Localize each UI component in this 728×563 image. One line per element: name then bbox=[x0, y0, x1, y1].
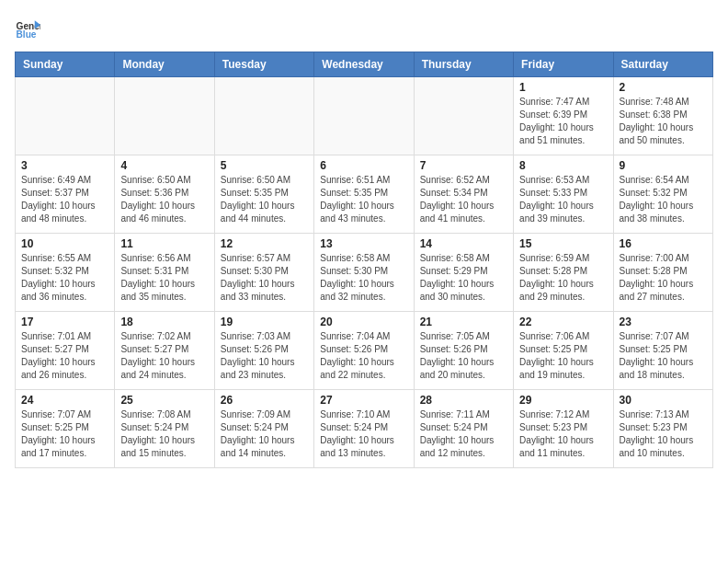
day-number: 15 bbox=[519, 237, 607, 250]
calendar-cell: 17Sunrise: 7:01 AM Sunset: 5:27 PM Dayli… bbox=[16, 312, 115, 390]
day-number: 26 bbox=[221, 394, 308, 407]
day-number: 16 bbox=[620, 237, 707, 250]
calendar-cell: 25Sunrise: 7:08 AM Sunset: 5:24 PM Dayli… bbox=[115, 390, 214, 468]
calendar-cell bbox=[314, 77, 414, 155]
day-of-week-header: Monday bbox=[115, 52, 214, 77]
calendar-cell: 27Sunrise: 7:10 AM Sunset: 5:24 PM Dayli… bbox=[314, 390, 414, 468]
day-of-week-header: Sunday bbox=[16, 52, 115, 77]
calendar-cell: 5Sunrise: 6:50 AM Sunset: 5:35 PM Daylig… bbox=[214, 155, 313, 234]
day-number: 25 bbox=[120, 394, 208, 407]
day-of-week-header: Friday bbox=[514, 52, 613, 77]
calendar-cell: 22Sunrise: 7:06 AM Sunset: 5:25 PM Dayli… bbox=[514, 312, 613, 390]
day-info: Sunrise: 7:02 AM Sunset: 5:27 PM Dayligh… bbox=[120, 330, 208, 382]
day-number: 21 bbox=[420, 316, 507, 328]
day-info: Sunrise: 7:01 AM Sunset: 5:27 PM Dayligh… bbox=[21, 330, 108, 382]
day-number: 23 bbox=[620, 316, 707, 328]
day-info: Sunrise: 6:56 AM Sunset: 5:31 PM Dayligh… bbox=[120, 252, 208, 304]
logo-icon: General Blue bbox=[15, 15, 40, 40]
calendar-cell: 2Sunrise: 7:48 AM Sunset: 6:38 PM Daylig… bbox=[613, 77, 712, 155]
day-number: 10 bbox=[21, 237, 108, 250]
day-info: Sunrise: 6:58 AM Sunset: 5:29 PM Dayligh… bbox=[420, 252, 507, 304]
day-of-week-header: Thursday bbox=[414, 52, 513, 77]
day-info: Sunrise: 7:09 AM Sunset: 5:24 PM Dayligh… bbox=[221, 408, 308, 460]
calendar-cell: 15Sunrise: 6:59 AM Sunset: 5:28 PM Dayli… bbox=[514, 234, 613, 312]
day-number: 29 bbox=[519, 394, 607, 407]
calendar-cell: 9Sunrise: 6:54 AM Sunset: 5:32 PM Daylig… bbox=[613, 155, 712, 234]
day-info: Sunrise: 7:05 AM Sunset: 5:26 PM Dayligh… bbox=[420, 330, 507, 382]
day-number: 22 bbox=[519, 316, 607, 328]
day-info: Sunrise: 6:49 AM Sunset: 5:37 PM Dayligh… bbox=[21, 174, 108, 225]
day-info: Sunrise: 7:04 AM Sunset: 5:26 PM Dayligh… bbox=[320, 330, 407, 382]
day-number: 27 bbox=[320, 394, 407, 407]
calendar-cell: 1Sunrise: 7:47 AM Sunset: 6:39 PM Daylig… bbox=[514, 77, 613, 155]
calendar-week-row: 24Sunrise: 7:07 AM Sunset: 5:25 PM Dayli… bbox=[16, 390, 713, 468]
day-number: 28 bbox=[420, 394, 507, 407]
calendar-cell: 7Sunrise: 6:52 AM Sunset: 5:34 PM Daylig… bbox=[414, 155, 513, 234]
calendar-cell: 6Sunrise: 6:51 AM Sunset: 5:35 PM Daylig… bbox=[314, 155, 414, 234]
day-number: 13 bbox=[320, 237, 407, 250]
day-info: Sunrise: 7:48 AM Sunset: 6:38 PM Dayligh… bbox=[620, 96, 707, 147]
day-of-week-header: Saturday bbox=[613, 52, 712, 77]
day-number: 24 bbox=[21, 394, 108, 407]
calendar-cell bbox=[115, 77, 214, 155]
day-number: 18 bbox=[120, 316, 208, 328]
calendar: SundayMondayTuesdayWednesdayThursdayFrid… bbox=[15, 52, 713, 468]
logo: General Blue bbox=[15, 15, 40, 40]
day-info: Sunrise: 6:51 AM Sunset: 5:35 PM Dayligh… bbox=[320, 174, 407, 225]
day-info: Sunrise: 7:07 AM Sunset: 5:25 PM Dayligh… bbox=[620, 330, 707, 382]
calendar-cell: 18Sunrise: 7:02 AM Sunset: 5:27 PM Dayli… bbox=[115, 312, 214, 390]
day-info: Sunrise: 7:12 AM Sunset: 5:23 PM Dayligh… bbox=[519, 408, 607, 460]
day-number: 8 bbox=[519, 159, 607, 172]
day-info: Sunrise: 7:08 AM Sunset: 5:24 PM Dayligh… bbox=[120, 408, 208, 460]
page-header: General Blue bbox=[15, 15, 713, 40]
day-info: Sunrise: 6:53 AM Sunset: 5:33 PM Dayligh… bbox=[519, 174, 607, 225]
day-of-week-header: Wednesday bbox=[314, 52, 414, 77]
calendar-cell bbox=[414, 77, 513, 155]
calendar-cell bbox=[16, 77, 115, 155]
calendar-cell: 3Sunrise: 6:49 AM Sunset: 5:37 PM Daylig… bbox=[16, 155, 115, 234]
day-info: Sunrise: 6:55 AM Sunset: 5:32 PM Dayligh… bbox=[21, 252, 108, 304]
calendar-cell: 23Sunrise: 7:07 AM Sunset: 5:25 PM Dayli… bbox=[613, 312, 712, 390]
day-number: 1 bbox=[519, 81, 607, 94]
calendar-cell: 16Sunrise: 7:00 AM Sunset: 5:28 PM Dayli… bbox=[613, 234, 712, 312]
day-number: 6 bbox=[320, 159, 407, 172]
day-info: Sunrise: 6:58 AM Sunset: 5:30 PM Dayligh… bbox=[320, 252, 407, 304]
day-info: Sunrise: 6:59 AM Sunset: 5:28 PM Dayligh… bbox=[519, 252, 607, 304]
day-info: Sunrise: 6:57 AM Sunset: 5:30 PM Dayligh… bbox=[221, 252, 308, 304]
calendar-cell: 21Sunrise: 7:05 AM Sunset: 5:26 PM Dayli… bbox=[414, 312, 513, 390]
day-number: 17 bbox=[21, 316, 108, 328]
calendar-week-row: 3Sunrise: 6:49 AM Sunset: 5:37 PM Daylig… bbox=[16, 155, 713, 234]
calendar-cell: 11Sunrise: 6:56 AM Sunset: 5:31 PM Dayli… bbox=[115, 234, 214, 312]
day-info: Sunrise: 6:54 AM Sunset: 5:32 PM Dayligh… bbox=[620, 174, 707, 225]
day-info: Sunrise: 6:50 AM Sunset: 5:35 PM Dayligh… bbox=[221, 174, 308, 225]
calendar-cell: 10Sunrise: 6:55 AM Sunset: 5:32 PM Dayli… bbox=[16, 234, 115, 312]
day-number: 19 bbox=[221, 316, 308, 328]
calendar-cell: 14Sunrise: 6:58 AM Sunset: 5:29 PM Dayli… bbox=[414, 234, 513, 312]
day-number: 4 bbox=[120, 159, 208, 172]
calendar-cell: 13Sunrise: 6:58 AM Sunset: 5:30 PM Dayli… bbox=[314, 234, 414, 312]
calendar-cell: 28Sunrise: 7:11 AM Sunset: 5:24 PM Dayli… bbox=[414, 390, 513, 468]
calendar-week-row: 17Sunrise: 7:01 AM Sunset: 5:27 PM Dayli… bbox=[16, 312, 713, 390]
day-number: 20 bbox=[320, 316, 407, 328]
svg-text:Blue: Blue bbox=[17, 29, 37, 40]
day-info: Sunrise: 7:10 AM Sunset: 5:24 PM Dayligh… bbox=[320, 408, 407, 460]
day-of-week-header: Tuesday bbox=[214, 52, 313, 77]
calendar-header-row: SundayMondayTuesdayWednesdayThursdayFrid… bbox=[16, 52, 713, 77]
day-number: 14 bbox=[420, 237, 507, 250]
day-number: 30 bbox=[620, 394, 707, 407]
day-number: 5 bbox=[221, 159, 308, 172]
calendar-week-row: 10Sunrise: 6:55 AM Sunset: 5:32 PM Dayli… bbox=[16, 234, 713, 312]
day-number: 7 bbox=[420, 159, 507, 172]
day-info: Sunrise: 6:50 AM Sunset: 5:36 PM Dayligh… bbox=[120, 174, 208, 225]
day-number: 3 bbox=[21, 159, 108, 172]
day-info: Sunrise: 6:52 AM Sunset: 5:34 PM Dayligh… bbox=[420, 174, 507, 225]
day-number: 12 bbox=[221, 237, 308, 250]
calendar-cell: 12Sunrise: 6:57 AM Sunset: 5:30 PM Dayli… bbox=[214, 234, 313, 312]
day-info: Sunrise: 7:13 AM Sunset: 5:23 PM Dayligh… bbox=[620, 408, 707, 460]
day-info: Sunrise: 7:07 AM Sunset: 5:25 PM Dayligh… bbox=[21, 408, 108, 460]
day-info: Sunrise: 7:47 AM Sunset: 6:39 PM Dayligh… bbox=[519, 96, 607, 147]
day-info: Sunrise: 7:00 AM Sunset: 5:28 PM Dayligh… bbox=[620, 252, 707, 304]
calendar-cell: 30Sunrise: 7:13 AM Sunset: 5:23 PM Dayli… bbox=[613, 390, 712, 468]
calendar-week-row: 1Sunrise: 7:47 AM Sunset: 6:39 PM Daylig… bbox=[16, 77, 713, 155]
day-info: Sunrise: 7:03 AM Sunset: 5:26 PM Dayligh… bbox=[221, 330, 308, 382]
